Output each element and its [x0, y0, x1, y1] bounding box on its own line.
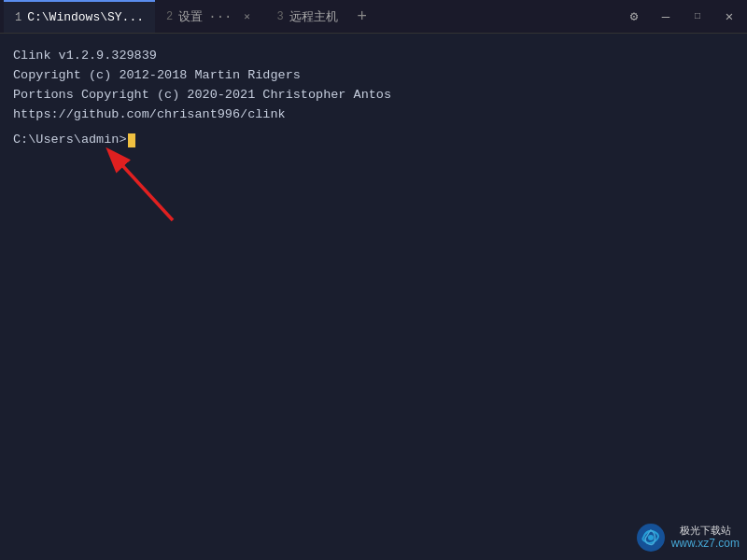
watermark-text: 极光下载站 www.xz7.com — [671, 524, 740, 552]
window-controls: ⚙ — □ ✕ — [620, 3, 743, 31]
close-button[interactable]: ✕ — [715, 3, 743, 31]
tab-2-close[interactable]: ✕ — [239, 9, 254, 24]
github-url-line: https://github.com/chrisant996/clink — [13, 105, 734, 125]
tab-3-num: 3 — [276, 10, 283, 23]
tab-bar: 1 C:\Windows\SY... 2 设置 ··· ✕ 3 远程主机 + — [4, 0, 620, 33]
tab-1[interactable]: 1 C:\Windows\SY... — [4, 0, 155, 33]
tab-1-num: 1 — [15, 11, 21, 24]
watermark-logo-icon — [636, 523, 666, 553]
svg-point-3 — [648, 535, 654, 540]
tab-2-label: 设置 — [178, 8, 203, 25]
cursor-caret — [128, 133, 135, 147]
settings-button[interactable]: ⚙ — [620, 3, 648, 31]
titlebar: 1 C:\Windows\SY... 2 设置 ··· ✕ 3 远程主机 + ⚙… — [0, 0, 747, 34]
terminal-area[interactable]: Clink v1.2.9.329839 Copyright (c) 2012-2… — [0, 34, 747, 560]
tab-2-num: 2 — [166, 10, 173, 23]
tab-1-label: C:\Windows\SY... — [27, 10, 144, 24]
watermark-url: www.xz7.com — [671, 537, 740, 552]
watermark: 极光下载站 www.xz7.com — [636, 523, 740, 553]
tab-2-dots[interactable]: ··· — [208, 9, 232, 24]
clink-version-line: Clink v1.2.9.329839 — [13, 47, 734, 66]
tab-3[interactable]: 3 远程主机 — [265, 0, 348, 33]
prompt-text: C:\Users\admin> — [13, 131, 127, 150]
maximize-button[interactable]: □ — [684, 3, 712, 31]
minimize-button[interactable]: — — [652, 3, 680, 31]
copyright-line-2: Portions Copyright (c) 2020-2021 Christo… — [13, 86, 734, 105]
add-tab-button[interactable]: + — [349, 4, 375, 30]
watermark-site-name: 极光下载站 — [671, 524, 740, 537]
tab-2[interactable]: 2 设置 ··· ✕ — [155, 0, 265, 33]
prompt-line: C:\Users\admin> — [13, 131, 734, 150]
tab-3-label: 远程主机 — [289, 8, 338, 25]
copyright-line-1: Copyright (c) 2012-2018 Martin Ridgers — [13, 66, 734, 86]
svg-line-1 — [110, 152, 173, 220]
